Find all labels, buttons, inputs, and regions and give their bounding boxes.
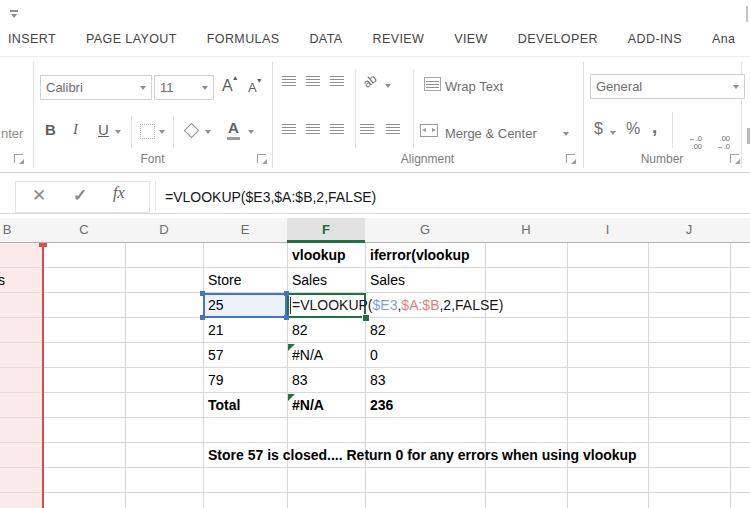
- number-dialog-launcher-icon[interactable]: [730, 154, 739, 163]
- format-painter-label-fragment[interactable]: nter: [1, 126, 23, 141]
- comma-style-button[interactable]: ,: [652, 116, 657, 138]
- cell-E8[interactable]: 79: [203, 368, 224, 393]
- fill-color-icon[interactable]: [184, 123, 200, 139]
- align-center-icon[interactable]: [306, 124, 320, 134]
- window-control-fragment-icon: [746, 6, 748, 22]
- formula-segment: =VLOOKUP(: [292, 297, 373, 313]
- cell-E6[interactable]: 21: [203, 318, 224, 343]
- enter-icon[interactable]: ✓: [73, 185, 87, 206]
- ribbon-tab-developer[interactable]: DEVELOPER: [518, 32, 598, 46]
- formula-segment: $A:$B: [401, 297, 439, 313]
- bold-button[interactable]: B: [45, 121, 56, 138]
- error-indicator-icon[interactable]: [288, 344, 295, 351]
- cell-E11[interactable]: Store 57 is closed.... Return 0 for any …: [203, 443, 637, 468]
- cell-E4[interactable]: Store: [203, 268, 241, 293]
- align-right-icon[interactable]: [330, 124, 344, 134]
- merge-center-icon[interactable]: [420, 124, 438, 137]
- cancel-icon[interactable]: ✕: [32, 185, 46, 206]
- ribbon-tab-ana[interactable]: Ana: [712, 32, 735, 46]
- column-header-E[interactable]: E: [203, 218, 287, 243]
- accounting-dropdown-icon[interactable]: [610, 131, 616, 135]
- column-header-C[interactable]: C: [43, 218, 125, 243]
- formula-input-divider: [155, 181, 156, 211]
- align-middle-icon[interactable]: [306, 76, 320, 86]
- cell-F4[interactable]: Sales: [287, 268, 327, 293]
- font-color-bar: [227, 137, 240, 140]
- cell-E7[interactable]: 57: [203, 343, 224, 368]
- worksheet-grid: BCDEFGHIJ svlookupiferror(vlookupStoreSa…: [0, 218, 750, 508]
- increase-indent-icon[interactable]: [386, 124, 400, 134]
- shrink-font-button[interactable]: A▼: [248, 80, 257, 95]
- selection-handle-tr[interactable]: [284, 291, 289, 296]
- underline-button[interactable]: U: [98, 121, 109, 138]
- italic-button[interactable]: I: [73, 121, 78, 138]
- control-separator: [173, 116, 174, 148]
- fill-handle[interactable]: [362, 314, 370, 322]
- column-header-H[interactable]: H: [485, 218, 567, 243]
- align-left-icon[interactable]: [282, 124, 296, 134]
- align-bottom-icon[interactable]: [330, 76, 344, 86]
- cell-E9[interactable]: Total: [203, 393, 240, 418]
- insert-function-icon[interactable]: fx: [113, 184, 125, 202]
- ribbon-tab-add-ins[interactable]: ADD-INS: [628, 32, 682, 46]
- wrap-text-label[interactable]: Wrap Text: [445, 79, 503, 94]
- ribbon-tab-page-layout[interactable]: PAGE LAYOUT: [86, 32, 177, 46]
- cell-G4[interactable]: Sales: [365, 268, 405, 293]
- fill-color-dropdown-icon[interactable]: [205, 130, 211, 134]
- font-size-combo[interactable]: 11: [154, 75, 214, 100]
- cell-G8[interactable]: 83: [365, 368, 386, 393]
- column-header-B[interactable]: B: [0, 218, 14, 243]
- alignment-dialog-launcher-icon[interactable]: [566, 154, 575, 163]
- borders-dropdown-icon[interactable]: [159, 130, 165, 134]
- cell-F3-formula[interactable]: =VLOOKUP($E3,$A:$B,2,FALSE): [292, 297, 503, 313]
- cell-E3-selection[interactable]: 25: [203, 293, 287, 318]
- column-b-highlight: [0, 243, 42, 508]
- cell-F6[interactable]: 82: [287, 318, 308, 343]
- formula-bar-border: [0, 213, 750, 214]
- gridline: [730, 218, 731, 508]
- cell-G9[interactable]: 236: [365, 393, 393, 418]
- cell-G3[interactable]: iferror(vlookup: [365, 243, 470, 268]
- align-top-icon[interactable]: [282, 76, 296, 86]
- font-group-label: Font: [33, 152, 272, 166]
- borders-icon[interactable]: [140, 124, 155, 139]
- control-separator: [413, 70, 414, 148]
- ribbon-tab-formulas[interactable]: FORMULAS: [207, 32, 280, 46]
- decrease-indent-icon[interactable]: [360, 124, 374, 134]
- underline-dropdown-icon[interactable]: [115, 130, 121, 134]
- selection-handle-br[interactable]: [284, 315, 289, 320]
- merge-center-dropdown-icon[interactable]: [563, 132, 569, 136]
- cell-B4[interactable]: s: [0, 268, 5, 293]
- ribbon-tab-insert[interactable]: INSERT: [8, 32, 56, 46]
- quick-access-customize-icon[interactable]: [9, 10, 19, 20]
- merge-center-label[interactable]: Merge & Center: [445, 126, 537, 141]
- selection-handle-bl[interactable]: [200, 315, 205, 320]
- ribbon-tab-data[interactable]: DATA: [309, 32, 342, 46]
- column-header-I[interactable]: I: [567, 218, 648, 243]
- number-format-combo[interactable]: General: [590, 74, 745, 99]
- ribbon-tab-review[interactable]: REVIEW: [373, 32, 425, 46]
- cell-F3[interactable]: vlookup: [287, 243, 346, 268]
- selection-handle-tl[interactable]: [200, 291, 205, 296]
- gridline: [648, 218, 649, 508]
- orientation-dropdown-icon[interactable]: [385, 84, 391, 88]
- formula-bar-input[interactable]: =VLOOKUP($E3,$A:$B,2,FALSE): [165, 189, 376, 205]
- font-color-button[interactable]: A: [228, 119, 239, 136]
- ribbon-tab-view[interactable]: VIEW: [454, 32, 488, 46]
- column-header-G[interactable]: G: [365, 218, 485, 243]
- orientation-icon[interactable]: ab: [360, 71, 379, 90]
- font-name-combo[interactable]: Calibri: [40, 75, 152, 100]
- wrap-text-icon[interactable]: [424, 77, 441, 91]
- column-header-D[interactable]: D: [125, 218, 203, 243]
- font-dialog-launcher-icon[interactable]: [257, 154, 266, 163]
- accounting-format-button[interactable]: $: [594, 120, 603, 138]
- grow-font-button[interactable]: A▲: [222, 77, 233, 95]
- column-header-J[interactable]: J: [648, 218, 730, 243]
- page-break-tick: [39, 243, 47, 247]
- error-indicator-icon[interactable]: [288, 394, 295, 401]
- cell-F8[interactable]: 83: [287, 368, 308, 393]
- cell-G7[interactable]: 0: [365, 343, 378, 368]
- percent-style-button[interactable]: %: [626, 120, 640, 138]
- clipboard-dialog-launcher-icon[interactable]: [14, 154, 23, 163]
- font-color-dropdown-icon[interactable]: [248, 130, 254, 134]
